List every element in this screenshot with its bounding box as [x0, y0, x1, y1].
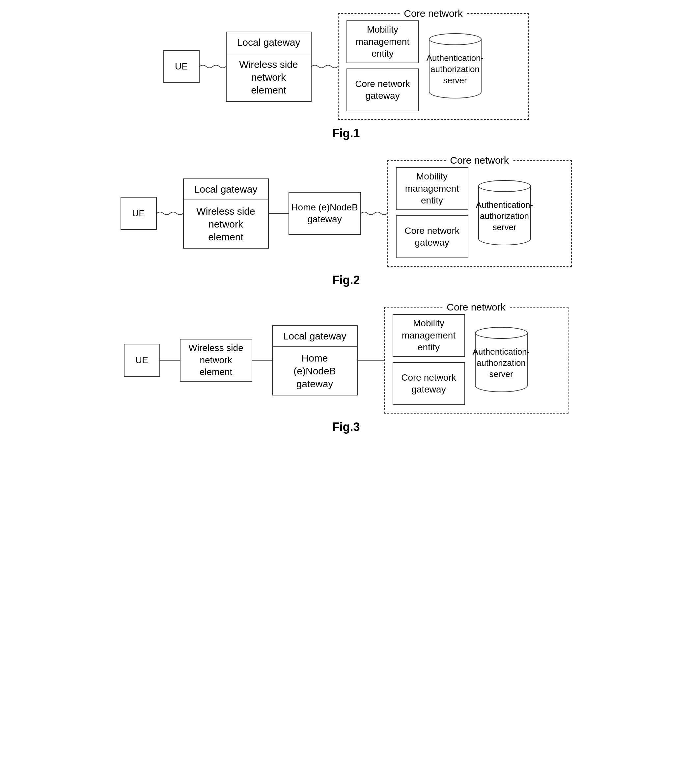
fig2-cyl-top	[478, 180, 531, 192]
fig3-mme-box: Mobilitymanagemententity	[392, 314, 465, 357]
fig3-wireless-box: Wireless sidenetwork element	[180, 339, 252, 382]
fig1-core-label: Core network	[400, 8, 466, 19]
fig3-core-inner: Mobilitymanagemententity Core networkgat…	[392, 314, 560, 405]
fig1-core-inner: Mobilitymanagemententity Core networkgat…	[346, 20, 521, 111]
fig2-ue-label: UE	[132, 208, 145, 219]
fig3-aaa-cylinder: Authentication-authorizationserver	[472, 327, 531, 392]
fig2-line1	[157, 210, 183, 217]
fig3-core-boxes: Mobilitymanagemententity Core networkgat…	[392, 314, 465, 405]
fig3-local-gateway-label: Local gateway	[273, 326, 357, 347]
fig3-core-label: Core network	[443, 301, 509, 313]
fig3-wireless-label: Wireless sidenetwork element	[183, 342, 249, 378]
fig1-section: UE Local gateway Wireless sidenetwork el…	[20, 13, 672, 140]
fig3-ue-label: UE	[135, 354, 148, 366]
fig1-core-container: Core network Mobilitymanagemententity Co…	[338, 13, 529, 120]
fig2-core-inner: Mobilitymanagemententity Core networkgat…	[396, 167, 563, 258]
fig2-lgw-box: Local gateway Wireless sidenetwork eleme…	[183, 178, 269, 249]
fig3-lgw-box: Local gateway Home (e)NodeBgateway	[272, 325, 358, 395]
fig3-henb-label: Home (e)NodeBgateway	[273, 347, 357, 395]
fig3-section: UE Wireless sidenetwork element Local ga…	[20, 307, 672, 434]
fig2-ue-box: UE	[120, 197, 157, 230]
fig3-cyl-top	[475, 327, 528, 339]
fig1-cng-label: Core networkgateway	[355, 78, 410, 102]
fig3-ue-box: UE	[124, 344, 160, 377]
fig2-henb-label: Home (e)NodeBgateway	[291, 201, 358, 226]
fig2-local-gateway-label: Local gateway	[184, 179, 268, 200]
fig2-line2	[269, 213, 288, 214]
fig3-aaa-label: Authentication-authorizationserver	[475, 333, 528, 392]
fig2-mme-box: Mobilitymanagemententity	[396, 167, 468, 210]
fig1-mme-label: Mobilitymanagemententity	[356, 24, 409, 59]
fig2-section: UE Local gateway Wireless sidenetwork el…	[20, 160, 672, 287]
fig1-line1	[199, 63, 226, 70]
fig3-label: Fig.3	[332, 420, 360, 434]
fig1-ue-label: UE	[175, 61, 188, 72]
fig1-aaa-label: Authentication-authorizationserver	[429, 39, 481, 99]
fig2-line3	[361, 210, 387, 217]
fig3-mme-label: Mobilitymanagemententity	[402, 318, 455, 353]
fig3-line1	[160, 360, 180, 361]
fig2-cng-box: Core networkgateway	[396, 215, 468, 258]
fig2-core-container: Core network Mobilitymanagemententity Co…	[387, 160, 572, 267]
fig1-cyl-top	[429, 33, 481, 45]
fig2-mme-label: Mobilitymanagemententity	[405, 171, 459, 206]
fig1-aaa-cylinder: Authentication-authorizationserver	[425, 33, 485, 99]
fig1-mme-box: Mobilitymanagemententity	[346, 20, 419, 63]
fig2-core-boxes: Mobilitymanagemententity Core networkgat…	[396, 167, 468, 258]
fig3-diagram: UE Wireless sidenetwork element Local ga…	[20, 307, 672, 413]
fig2-core-label: Core network	[447, 155, 512, 166]
fig2-henb-box: Home (e)NodeBgateway	[288, 192, 361, 235]
fig3-line2	[252, 360, 272, 361]
fig1-diagram: UE Local gateway Wireless sidenetwork el…	[20, 13, 672, 120]
fig1-local-gateway-label: Local gateway	[227, 32, 311, 53]
fig2-wireless-side-label: Wireless sidenetwork element	[184, 200, 268, 248]
fig3-core-container: Core network Mobilitymanagemententity Co…	[384, 307, 568, 413]
fig1-ue-box: UE	[163, 50, 199, 83]
fig3-cng-label: Core networkgateway	[401, 372, 456, 396]
fig1-wireless-side-label: Wireless sidenetwork element	[227, 53, 311, 101]
fig2-aaa-label: Authentication-authorizationserver	[478, 186, 531, 245]
fig3-cng-box: Core networkgateway	[392, 362, 465, 405]
fig2-diagram: UE Local gateway Wireless sidenetwork el…	[20, 160, 672, 267]
fig1-core-boxes: Mobilitymanagemententity Core networkgat…	[346, 20, 419, 111]
fig2-label: Fig.2	[332, 273, 360, 287]
fig1-lgw-box: Local gateway Wireless sidenetwork eleme…	[226, 31, 311, 102]
fig1-line2	[311, 63, 338, 70]
fig1-cng-box: Core networkgateway	[346, 69, 419, 111]
fig2-aaa-cylinder: Authentication-authorizationserver	[475, 180, 534, 245]
fig3-line3	[358, 360, 384, 361]
fig2-cng-label: Core networkgateway	[404, 225, 460, 249]
fig1-label: Fig.1	[332, 127, 360, 140]
